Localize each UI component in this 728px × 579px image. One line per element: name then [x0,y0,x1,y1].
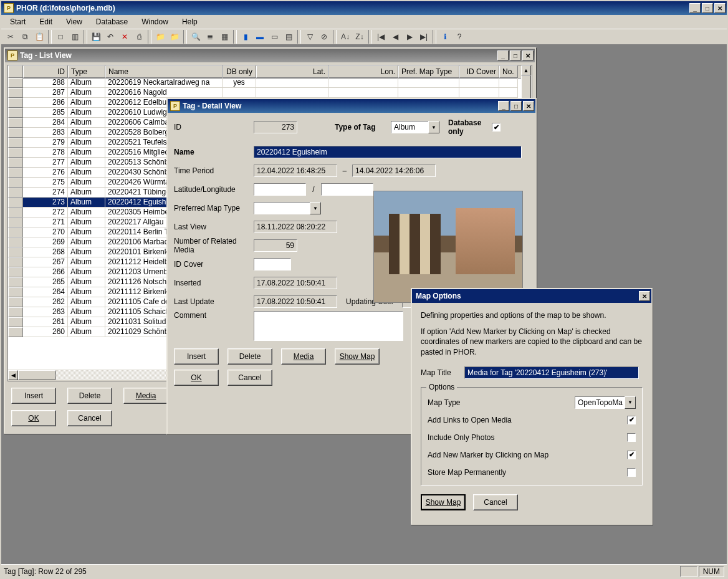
list-title: Tag - List View [20,51,497,60]
select1-icon[interactable]: ▮ [239,30,252,44]
fld-pmt[interactable]: ▼ [254,202,321,214]
select4-icon[interactable]: ▤ [282,30,295,44]
lbl-store: Store Map Permanently [428,468,627,477]
menu-window[interactable]: Window [135,16,175,27]
help-icon[interactable]: ? [453,30,466,44]
chevron-down-icon[interactable]: ▼ [625,396,636,409]
sortdesc-icon[interactable]: Z↓ [353,30,366,44]
chk-marker[interactable]: ✔ [627,451,636,459]
detail-ok-button[interactable]: OK [174,370,219,386]
fld-lon[interactable] [321,183,373,196]
chk-photos[interactable] [627,433,636,442]
select2-icon[interactable]: ▬ [253,30,267,44]
sortasc-icon[interactable]: A↓ [338,30,352,44]
hdr-name[interactable]: Name [105,65,223,78]
list-cancel-button[interactable]: Cancel [67,410,112,426]
lbl-links: Add Links to Open Media [428,416,627,424]
detail-close[interactable]: ✕ [523,101,534,111]
chk-store[interactable] [627,468,636,477]
fld-type[interactable]: Album▼ [391,121,439,133]
paste-icon[interactable]: 📋 [32,30,46,44]
filter-icon[interactable]: ▽ [303,30,317,44]
map-close[interactable]: ✕ [639,291,650,301]
lbl-numrel: Number of Related Media [174,237,254,254]
detail-media-button[interactable]: Media [281,348,326,365]
chk-links[interactable]: ✔ [627,416,636,424]
detail-maximize[interactable]: □ [510,101,522,111]
copy-icon[interactable]: ⧉ [18,30,32,44]
nav-prev-icon[interactable]: ◀ [388,30,402,44]
list-media-button[interactable]: Media [123,388,168,404]
list-close[interactable]: ✕ [522,50,534,60]
detail-insert-button[interactable]: Insert [174,348,219,365]
toolbar: ✂ ⧉ 📋 □ ▥ 💾 ↶ ✕ ⎙ 📁 📁 🔍 ≣ ▦ ▮ ▬ ▭ ▤ ▽ ⊘ … [1,29,727,45]
list-minimize[interactable]: _ [497,50,509,60]
list-icon[interactable]: ≣ [203,30,217,44]
fld-lat[interactable] [254,183,306,196]
maximize-button[interactable]: □ [702,3,713,13]
folder1-icon[interactable]: 📁 [153,30,167,44]
lbl-type: Type of Tag [335,123,391,132]
list-insert-button[interactable]: Insert [11,388,56,404]
hscroll-thumb[interactable] [18,370,55,380]
status-num: NUM [699,566,724,577]
table-row[interactable]: 288Album20220619 Neckartalradweg nayes [8,78,532,88]
select3-icon[interactable]: ▭ [267,30,281,44]
vscroll-up-icon[interactable]: ▲ [521,65,531,75]
fld-comment[interactable] [254,311,403,341]
hdr-lat[interactable]: Lat. [256,65,328,78]
detail-minimize[interactable]: _ [498,101,509,111]
close-button[interactable]: ✕ [714,3,726,13]
list-delete-button[interactable]: Delete [67,388,112,404]
hdr-dbonly[interactable]: DB only [223,65,256,78]
print-icon[interactable]: ⎙ [132,30,146,44]
delete-icon[interactable]: ✕ [118,30,132,44]
undo-icon[interactable]: ↶ [103,30,117,44]
menu-edit[interactable]: Edit [33,16,59,27]
folder2-icon[interactable]: 📁 [168,30,181,44]
chevron-down-icon[interactable]: ▼ [310,202,321,214]
menu-view[interactable]: View [60,16,89,27]
hdr-rowhead [8,65,23,78]
detail-cancel-button[interactable]: Cancel [228,370,272,386]
nav-last-icon[interactable]: ▶| [417,30,431,44]
save-icon[interactable]: 💾 [89,30,103,44]
fld-name[interactable]: 20220412 Eguisheim [254,146,522,158]
map-cancel-button[interactable]: Cancel [473,494,518,510]
table-row[interactable]: 287Album20220616 Nagold [8,88,532,98]
chevron-down-icon[interactable]: ▼ [428,121,439,133]
menu-start[interactable]: Start [4,16,32,27]
vscroll-thumb[interactable] [521,75,531,100]
minimize-button[interactable]: _ [689,3,701,13]
nofilter-icon[interactable]: ⊘ [317,30,331,44]
chk-dbonly[interactable]: ✔ [492,123,501,132]
lbl-comment: Comment [174,311,254,320]
fld-maptitle[interactable]: Media for Tag '20220412 Eguisheim (273)' [464,366,639,379]
hdr-type[interactable]: Type [68,65,105,78]
list-maximize[interactable]: □ [510,50,521,60]
hscroll-left-icon[interactable]: ◀ [8,370,18,380]
menu-help[interactable]: Help [176,16,204,27]
cut-icon[interactable]: ✂ [4,30,17,44]
grid-icon[interactable]: ▦ [218,30,231,44]
app-icon: P [4,3,14,13]
fld-maptype[interactable]: OpenTopoMa▼ [575,396,636,409]
lbl-lastview: Last View [174,223,254,231]
detail-showmap-button[interactable]: Show Map [335,348,380,365]
info-icon[interactable]: ℹ [438,30,452,44]
list-ok-button[interactable]: OK [11,410,56,426]
hdr-pmt[interactable]: Pref. Map Type [398,65,459,78]
nav-first-icon[interactable]: |◀ [374,30,388,44]
fld-idcover[interactable] [254,258,291,270]
new-icon[interactable]: □ [54,30,67,44]
hdr-idcover[interactable]: ID Cover [459,65,499,78]
hdr-no[interactable]: No. [499,65,518,78]
hdr-lon[interactable]: Lon. [328,65,398,78]
menu-database[interactable]: Database [90,16,134,27]
hdr-id[interactable]: ID [23,65,68,78]
find-icon[interactable]: 🔍 [189,30,203,44]
nav-next-icon[interactable]: ▶ [403,30,416,44]
detail-delete-button[interactable]: Delete [228,348,272,365]
open-icon[interactable]: ▥ [68,30,82,44]
map-showmap-button[interactable]: Show Map [421,494,466,510]
